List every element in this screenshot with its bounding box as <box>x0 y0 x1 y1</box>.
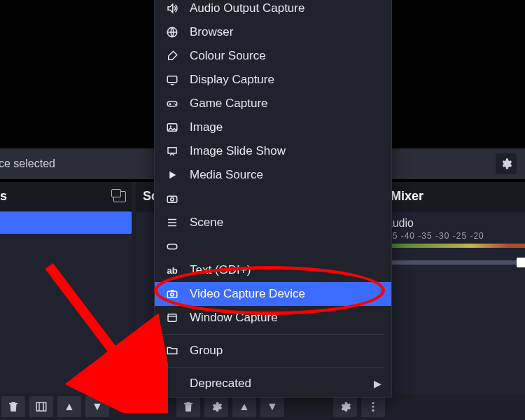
menu-item-label: Game Capture <box>190 97 268 111</box>
menu-separator <box>162 367 384 368</box>
menu-item-label: Scene <box>190 216 223 230</box>
menu-item-text-gdi[interactable]: ab Text (GDI+) <box>155 258 391 282</box>
text-icon: ab <box>164 265 180 276</box>
menu-item-label: Audio Output Capture <box>190 1 304 15</box>
volume-slider[interactable] <box>384 260 525 265</box>
source-down-button[interactable]: ▼ <box>260 396 284 417</box>
volume-slider-knob[interactable] <box>517 258 525 267</box>
menu-item-label: Image <box>190 120 223 134</box>
scene-list-item-selected[interactable] <box>0 211 132 234</box>
submenu-arrow-icon: ▶ <box>374 378 382 389</box>
chevron-up-icon: ▲ <box>239 400 250 413</box>
menu-item-colour-source[interactable]: Colour Source <box>155 44 391 68</box>
menu-item-label: Browser <box>190 25 233 39</box>
scenes-panel-header: s <box>0 182 132 211</box>
status-text: ce selected <box>0 158 55 170</box>
menu-item-image-slide-show[interactable]: Image Slide Show <box>155 139 391 163</box>
chevron-down-icon: ▼ <box>267 400 278 413</box>
svg-point-12 <box>171 198 174 202</box>
list-icon <box>164 216 180 229</box>
mixer-more-button[interactable] <box>361 396 385 417</box>
menu-item-label: Video Capture Device <box>190 287 305 301</box>
svg-point-0 <box>372 402 374 404</box>
svg-point-7 <box>175 104 176 106</box>
menu-item-camera-small[interactable] <box>155 187 391 211</box>
menu-item-label: Text (GDI+) <box>190 263 251 277</box>
menu-item-media-source[interactable]: Media Source <box>155 163 391 187</box>
mixer-channel-label: Audio <box>384 211 525 230</box>
move-down-button[interactable]: ▼ <box>85 396 109 417</box>
mixer-panel-title: Mixer <box>391 189 424 204</box>
menu-item-game-capture[interactable]: Game Capture <box>155 92 391 115</box>
gamepad-icon <box>164 97 180 110</box>
scenes-panel-title: s <box>0 189 7 204</box>
source-up-button[interactable]: ▲ <box>232 396 256 417</box>
svg-point-15 <box>171 293 174 297</box>
gear-icon <box>339 400 351 413</box>
menu-item-audio-output-capture[interactable]: Audio Output Capture <box>155 0 391 20</box>
menu-item-gamepad2[interactable] <box>155 234 391 258</box>
trash-button[interactable] <box>1 396 25 417</box>
menu-item-label: Deprecated <box>190 377 251 391</box>
menu-item-scene[interactable]: Scene <box>155 211 391 234</box>
settings-button[interactable] <box>496 153 517 174</box>
svg-rect-10 <box>168 148 176 153</box>
svg-rect-17 <box>168 314 176 322</box>
menu-item-group[interactable]: Group <box>155 339 391 363</box>
menu-item-label: Media Source <box>190 168 263 182</box>
filters-button[interactable] <box>29 396 53 417</box>
chevron-up-icon: ▲ <box>64 400 75 413</box>
gear-icon <box>210 400 223 413</box>
add-source-context-menu: Audio Output Capture Browser Colour Sour… <box>154 0 392 398</box>
play-icon <box>164 169 180 181</box>
plus-icon <box>154 400 167 413</box>
svg-rect-14 <box>167 291 177 298</box>
more-vertical-icon <box>367 400 379 413</box>
mixer-panel-body: Audio -45 -40 -35 -30 -25 -20 <box>384 211 525 395</box>
svg-rect-16 <box>171 290 174 291</box>
gear-icon <box>500 158 512 170</box>
menu-item-label: Colour Source <box>190 49 266 63</box>
menu-item-image[interactable]: Image <box>155 115 391 139</box>
mixer-db-ticks: -45 -40 -35 -30 -25 -20 <box>384 230 525 241</box>
menu-item-browser[interactable]: Browser <box>155 20 391 44</box>
scenes-panel-body <box>0 211 132 395</box>
menu-item-label: Display Capture <box>190 73 274 87</box>
svg-rect-11 <box>167 196 177 202</box>
remove-source-button[interactable] <box>176 396 200 417</box>
add-source-button[interactable] <box>148 396 172 417</box>
source-properties-button[interactable] <box>204 396 228 417</box>
image-icon <box>164 121 180 134</box>
folder-icon <box>164 344 180 357</box>
brush-icon <box>164 50 180 62</box>
move-up-button[interactable]: ▲ <box>57 396 81 417</box>
menu-item-display-capture[interactable]: Display Capture <box>155 68 391 92</box>
svg-rect-13 <box>167 244 177 249</box>
mixer-gear-button[interactable] <box>333 396 357 417</box>
speaker-icon <box>164 2 180 15</box>
monitor-icon <box>164 74 180 86</box>
menu-item-window-capture[interactable]: Window Capture <box>155 306 391 330</box>
camera-icon <box>164 288 180 300</box>
camera-icon <box>164 192 180 205</box>
vu-meter <box>384 244 525 248</box>
menu-item-deprecated[interactable]: Deprecated ▶ <box>155 372 391 396</box>
menu-item-label: Window Capture <box>190 311 278 325</box>
menu-separator <box>162 334 384 335</box>
slideshow-icon <box>164 145 180 158</box>
window-icon <box>164 312 180 324</box>
menu-item-label: Image Slide Show <box>190 144 286 158</box>
menu-item-label: Group <box>190 344 223 358</box>
svg-point-1 <box>372 406 374 408</box>
globe-icon <box>164 26 180 38</box>
chevron-down-icon: ▼ <box>92 400 103 413</box>
svg-rect-4 <box>167 76 177 83</box>
svg-point-9 <box>170 125 172 127</box>
mixer-panel-header: Mixer <box>384 182 525 211</box>
gamepad-icon <box>164 240 180 253</box>
columns-icon <box>35 400 48 413</box>
svg-rect-5 <box>167 102 177 106</box>
undock-icon[interactable] <box>113 191 126 202</box>
trash-icon <box>182 400 195 413</box>
menu-item-video-capture-device[interactable]: Video Capture Device <box>155 282 391 306</box>
